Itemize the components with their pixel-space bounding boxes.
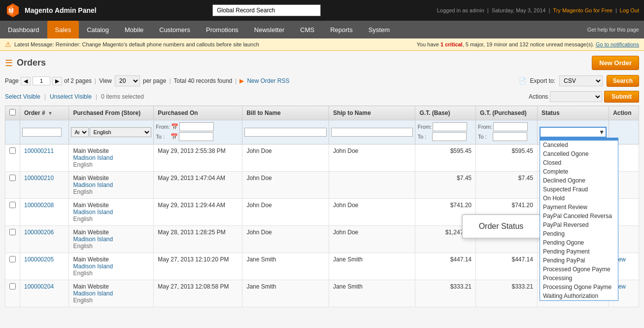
status-option-pending-ogone[interactable]: Pending Ogone	[540, 238, 618, 247]
row-checkbox[interactable]	[9, 229, 16, 235]
sep-pipe: |	[95, 77, 96, 84]
order-num-link[interactable]: 100000210	[24, 175, 54, 182]
row-checkbox-col	[5, 199, 20, 226]
sep-pipe2: |	[169, 77, 170, 84]
try-magento-link[interactable]: Try Magento Go for Free	[553, 7, 612, 13]
logout-link[interactable]: Log Out	[620, 7, 639, 13]
global-search-input[interactable]	[212, 4, 321, 16]
status-option-waiting-auth[interactable]: Waiting Authorization	[540, 292, 618, 300]
gt-base-from-input[interactable]	[433, 122, 467, 131]
submit-button[interactable]: Submit	[604, 91, 639, 103]
current-page-input[interactable]: 1	[33, 76, 50, 85]
nav-promotions[interactable]: Promotions	[198, 21, 246, 38]
from-date-input[interactable]	[179, 122, 214, 131]
status-option-paypal-reversed[interactable]: PayPal Reversed	[540, 220, 618, 229]
gt-base-to-input[interactable]	[432, 132, 467, 141]
store-sub: Madison Island	[73, 182, 113, 188]
status-option-pending-payment[interactable]: Pending Payment	[540, 247, 618, 256]
nav-system[interactable]: System	[361, 21, 398, 38]
order-num-link[interactable]: 100000208	[24, 202, 54, 209]
header-search-area	[97, 4, 437, 16]
store-any-select[interactable]: Any	[71, 127, 89, 137]
th-gt-purchased: G.T. (Purchased)	[476, 106, 538, 120]
th-status: Status	[537, 106, 609, 120]
gt-purchased-to-input[interactable]	[493, 132, 527, 141]
bill-name-filter-input[interactable]	[244, 128, 327, 137]
per-page-select[interactable]: 20 30 50 100 200	[115, 75, 140, 86]
order-num-link[interactable]: 100000204	[24, 283, 54, 290]
status-option-on-hold[interactable]: On Hold	[540, 194, 618, 203]
select-all-checkbox[interactable]	[9, 109, 16, 115]
bill-name-cell: John Doe	[242, 172, 329, 199]
th-order-num[interactable]: Order # ▼	[20, 106, 69, 120]
status-option-processed-ogone[interactable]: Processed Ogone Payme	[540, 265, 618, 274]
status-option-paypal-canceled[interactable]: PayPal Canceled Reversa	[540, 212, 618, 220]
status-dropdown-arrow-icon[interactable]: ▼	[599, 129, 605, 136]
nav-cms[interactable]: CMS	[292, 21, 322, 38]
order-num-link[interactable]: 100000205	[24, 256, 54, 263]
purchased-on-cell: May 27, 2013 12:10:20 PM	[154, 253, 242, 280]
status-option-pending-paypal[interactable]: Pending PayPal	[540, 256, 618, 265]
order-num-filter-input[interactable]	[22, 128, 62, 137]
status-option-payment-review[interactable]: Payment Review	[540, 203, 618, 212]
actions-right: Actions Submit	[529, 91, 639, 103]
status-option-canceled[interactable]: Canceled	[540, 141, 618, 149]
nav-catalog[interactable]: Catalog	[79, 21, 117, 38]
gt-purchased-cell: $447.14	[476, 253, 538, 280]
status-option-complete[interactable]: Complete	[540, 167, 618, 176]
store-cell: Main Website Madison Island English	[69, 280, 154, 307]
logged-in-text: Logged in as admin	[437, 7, 484, 13]
status-option-pending[interactable]: Pending	[540, 229, 618, 238]
order-num-cell: 100000205	[20, 253, 69, 280]
row-checkbox[interactable]	[9, 283, 16, 290]
status-option-suspected-fraud[interactable]: Suspected Fraud	[540, 185, 618, 194]
store-lang: English	[73, 188, 92, 195]
store-cell: Main Website Madison Island English	[69, 172, 154, 199]
alert-icon: ⚠	[5, 40, 11, 48]
ship-name-filter-input[interactable]	[331, 128, 413, 137]
nav-mobile[interactable]: Mobile	[117, 21, 151, 38]
filter-checkbox-col	[5, 120, 20, 145]
new-order-button[interactable]: New Order	[592, 56, 639, 70]
toolbar-left: Page ◀ 1 ▶ of 2 pages | View 20 30 50 10…	[5, 75, 289, 86]
new-order-rss-link[interactable]: New Order RSS	[247, 77, 289, 84]
purchased-on-cell: May 29, 2013 1:47:04 AM	[154, 172, 242, 199]
status-option-processing[interactable]: Processing	[540, 274, 618, 283]
next-page-button[interactable]: ▶	[52, 77, 62, 85]
nav-reports[interactable]: Reports	[322, 21, 361, 38]
status-option-processing-ogone[interactable]: Processing Ogone Payme	[540, 283, 618, 292]
actions-sep2: |	[96, 93, 97, 100]
row-checkbox[interactable]	[9, 256, 16, 262]
search-button[interactable]: Search	[607, 75, 639, 87]
gt-base-to-filter: To :	[417, 132, 474, 141]
row-checkbox[interactable]	[9, 202, 16, 208]
nav-newsletter[interactable]: Newsletter	[246, 21, 292, 38]
export-format-select[interactable]: CSV Excel XML	[559, 75, 603, 86]
go-to-notifications-link[interactable]: Go to notifications	[596, 41, 639, 47]
nav-customers[interactable]: Customers	[151, 21, 198, 38]
actions-select[interactable]	[550, 91, 602, 102]
gt-purchased-from-input[interactable]	[493, 122, 528, 131]
status-option-closed[interactable]: Closed	[540, 158, 618, 167]
row-checkbox[interactable]	[9, 175, 16, 181]
order-num-link[interactable]: 100000206	[24, 229, 54, 236]
status-filter-wrapper: ▼ Canceled Cancelled Ogone Closed Comple…	[540, 127, 607, 138]
store-filter-select[interactable]: English Main Website Madison Island	[90, 127, 151, 137]
date-text: Saturday, May 3, 2014	[492, 7, 546, 13]
nav-dashboard[interactable]: Dashboard	[0, 21, 47, 38]
unselect-visible-link[interactable]: Unselect Visible	[50, 93, 92, 100]
select-visible-link[interactable]: Select Visible	[5, 93, 40, 100]
help-link[interactable]: Get help for this page	[587, 27, 639, 33]
to-date-input[interactable]	[179, 132, 213, 141]
th-bill-name: Bill to Name	[242, 106, 329, 120]
from-calendar-icon[interactable]: 📅	[171, 123, 178, 130]
order-num-link[interactable]: 100000211	[24, 147, 54, 154]
gt-base-from-label: From:	[417, 124, 432, 130]
nav-sales[interactable]: Sales	[47, 21, 79, 38]
gt-base-cell: $447.14	[415, 253, 476, 280]
prev-page-button[interactable]: ◀	[21, 77, 31, 85]
row-checkbox[interactable]	[9, 147, 16, 154]
to-calendar-icon[interactable]: 📅	[170, 133, 178, 140]
status-option-cancelled-ogone[interactable]: Cancelled Ogone	[540, 149, 618, 158]
status-option-declined-ogone[interactable]: Declined Ogone	[540, 176, 618, 185]
